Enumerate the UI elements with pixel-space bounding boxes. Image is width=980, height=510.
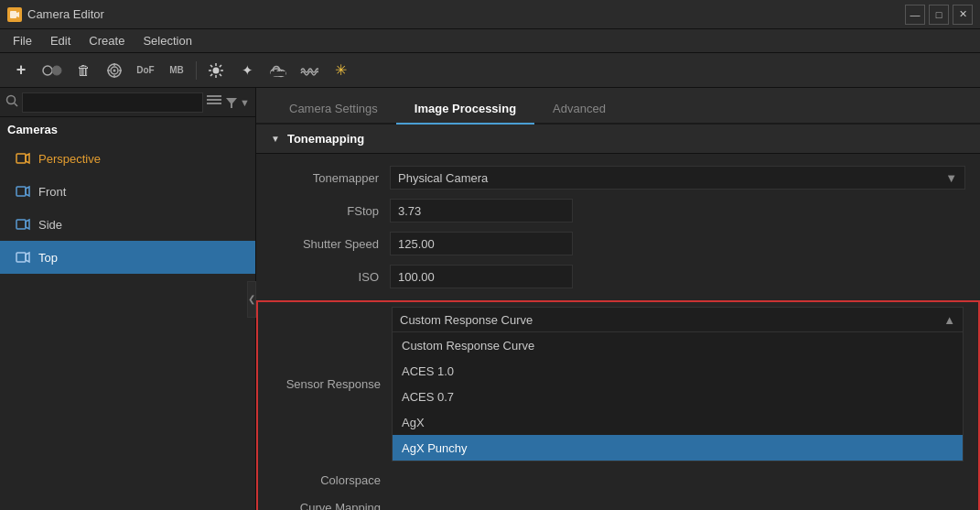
colorspace-label: Colorspace bbox=[273, 473, 392, 487]
cameras-header: Cameras bbox=[0, 117, 255, 142]
sensor-label: Sensor Response bbox=[273, 377, 392, 391]
perspective-camera-icon bbox=[15, 150, 31, 167]
tab-bar: Camera Settings Image Processing Advance… bbox=[256, 88, 980, 125]
mb-button[interactable]: MB bbox=[163, 58, 190, 83]
camera-item-front[interactable]: Front bbox=[0, 175, 255, 208]
svg-line-17 bbox=[220, 73, 221, 75]
target-button[interactable] bbox=[101, 58, 128, 83]
shutter-input[interactable] bbox=[390, 232, 573, 255]
list-view-icon[interactable] bbox=[207, 94, 221, 110]
svg-rect-32 bbox=[16, 187, 26, 196]
tab-advanced[interactable]: Advanced bbox=[534, 94, 624, 125]
sensor-response-section: Sensor Response Custom Response Curve ▲ … bbox=[256, 300, 980, 510]
section-collapse-icon[interactable]: ▼ bbox=[271, 134, 280, 144]
form-row-fstop: FStop bbox=[256, 194, 980, 227]
menu-create[interactable]: Create bbox=[80, 31, 134, 50]
side-camera-icon bbox=[15, 216, 31, 233]
app-icon bbox=[7, 7, 22, 22]
curve-label: Curve Mapping bbox=[273, 501, 392, 511]
tab-camera-settings[interactable]: Camera Settings bbox=[271, 94, 396, 125]
form-row-tonemapper: Tonemapper Physical Camera ▼ bbox=[256, 161, 980, 194]
tonemapper-label: Tonemapper bbox=[271, 171, 390, 185]
tonemapper-dropdown-field[interactable]: Physical Camera ▼ bbox=[390, 166, 965, 190]
front-camera-icon bbox=[15, 183, 31, 200]
svg-marker-31 bbox=[26, 154, 29, 163]
sensor-response-row: Sensor Response Custom Response Curve ▲ … bbox=[258, 302, 978, 466]
menu-edit[interactable]: Edit bbox=[41, 31, 80, 50]
content-area: ▼ Tonemapping Tonemapper Physical Camera… bbox=[256, 125, 980, 510]
camera-item-top[interactable]: Top bbox=[0, 241, 255, 274]
sensor-dropdown-list: Custom Response Curve ACES 1.0 ACES 0.7 … bbox=[393, 331, 963, 461]
dropdown-option-aces07[interactable]: ACES 0.7 bbox=[393, 384, 963, 409]
svg-marker-1 bbox=[16, 12, 19, 17]
shutter-control bbox=[390, 232, 965, 255]
close-button[interactable]: ✕ bbox=[953, 5, 973, 25]
svg-line-25 bbox=[15, 103, 18, 107]
delete-button[interactable]: 🗑 bbox=[70, 58, 97, 83]
sensor-chevron-up-icon: ▲ bbox=[943, 313, 955, 327]
search-input[interactable] bbox=[22, 92, 203, 113]
svg-point-3 bbox=[52, 66, 61, 75]
svg-rect-36 bbox=[16, 253, 26, 262]
dropdown-option-agx[interactable]: AgX bbox=[393, 409, 963, 435]
tonemapper-dropdown[interactable]: Physical Camera ▼ bbox=[390, 166, 965, 190]
svg-point-24 bbox=[7, 96, 16, 104]
dropdown-option-aces10[interactable]: ACES 1.0 bbox=[393, 358, 963, 384]
curve-mapping-row: Curve Mapping bbox=[258, 494, 978, 510]
iso-label: ISO bbox=[271, 270, 390, 284]
svg-point-11 bbox=[213, 67, 220, 73]
sensor-selected-row[interactable]: Custom Response Curve ▲ bbox=[393, 308, 963, 331]
svg-rect-27 bbox=[207, 99, 221, 101]
top-camera-icon bbox=[15, 249, 31, 266]
svg-line-18 bbox=[220, 65, 221, 67]
section-header-tonemapping: ▼ Tonemapping bbox=[256, 125, 980, 154]
wave-button[interactable] bbox=[296, 58, 323, 83]
dropdown-option-agx-punchy[interactable]: AgX Punchy bbox=[393, 435, 963, 461]
iso-control bbox=[390, 265, 965, 288]
search-icon[interactable] bbox=[5, 94, 18, 110]
section-title: Tonemapping bbox=[287, 132, 364, 146]
toolbar-separator-1 bbox=[196, 61, 197, 80]
cameras-panel: Cameras Perspective bbox=[0, 117, 255, 510]
svg-marker-29 bbox=[226, 98, 237, 108]
shutter-label: Shutter Speed bbox=[271, 237, 390, 251]
camera-label-top: Top bbox=[38, 251, 58, 265]
svg-marker-35 bbox=[26, 220, 29, 229]
fstop-input[interactable] bbox=[390, 199, 573, 222]
sparkle-button[interactable]: ✦ bbox=[233, 58, 261, 83]
menu-selection[interactable]: Selection bbox=[134, 31, 200, 50]
colorspace-row: Colorspace bbox=[258, 466, 978, 494]
menu-file[interactable]: File bbox=[4, 31, 41, 50]
svg-rect-23 bbox=[271, 71, 285, 76]
svg-rect-26 bbox=[207, 95, 221, 97]
tab-image-processing[interactable]: Image Processing bbox=[396, 94, 534, 125]
restore-button[interactable]: □ bbox=[929, 5, 949, 25]
fstop-label: FStop bbox=[271, 204, 390, 218]
camera-label-side: Side bbox=[38, 218, 62, 232]
sensor-dropdown[interactable]: Custom Response Curve ▲ Custom Response … bbox=[392, 307, 964, 461]
menu-bar: File Edit Create Selection bbox=[0, 29, 980, 53]
dof-button[interactable]: DoF bbox=[132, 58, 159, 83]
search-bar: ▼ bbox=[0, 88, 255, 117]
camera-item-side[interactable]: Side bbox=[0, 208, 255, 241]
right-panel: Camera Settings Image Processing Advance… bbox=[256, 88, 980, 510]
sensor-dropdown-open[interactable]: Custom Response Curve ▲ Custom Response … bbox=[392, 307, 964, 461]
left-panel: ▼ Cameras Perspective bbox=[0, 88, 256, 510]
filter-button[interactable]: ▼ bbox=[225, 96, 250, 109]
shapes-button[interactable] bbox=[38, 58, 66, 83]
minimize-button[interactable]: — bbox=[905, 5, 925, 25]
collapse-panel-button[interactable]: ❮ bbox=[247, 281, 256, 318]
add-button[interactable]: + bbox=[7, 58, 35, 83]
cloud-button[interactable] bbox=[264, 58, 292, 83]
title-bar: Camera Editor — □ ✕ bbox=[0, 0, 980, 29]
dropdown-option-custom[interactable]: Custom Response Curve bbox=[393, 332, 963, 358]
svg-rect-28 bbox=[207, 103, 221, 104]
sun-button[interactable] bbox=[202, 58, 230, 83]
svg-marker-33 bbox=[26, 187, 29, 196]
toolbar: + 🗑 DoF MB ✦ bbox=[0, 53, 980, 88]
camera-item-perspective[interactable]: Perspective bbox=[0, 142, 255, 175]
iso-input[interactable] bbox=[390, 265, 573, 288]
svg-marker-37 bbox=[26, 253, 29, 262]
star-button[interactable]: ✳ bbox=[327, 58, 354, 83]
form-fields: Tonemapper Physical Camera ▼ FStop bbox=[256, 154, 980, 300]
